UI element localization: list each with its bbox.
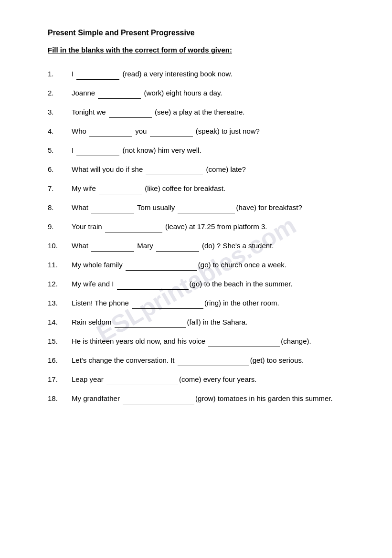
blank <box>76 148 119 156</box>
blank <box>76 72 119 80</box>
item-number: 16. <box>48 355 72 366</box>
blank <box>132 301 203 309</box>
blank <box>126 263 197 271</box>
item-text: He is thirteen years old now, and his vo… <box>72 336 354 347</box>
item-number: 14. <box>48 316 72 328</box>
item-text: Joanne (work) eight hours a day. <box>72 87 354 99</box>
blank <box>106 378 178 385</box>
item-text: Listen! The phone (ring) in the other ro… <box>72 297 354 309</box>
blank <box>115 320 186 328</box>
list-item: 3. Tonight we (see) a play at the therea… <box>48 106 354 118</box>
list-item: 4. Who you (speak) to just now? <box>48 126 354 137</box>
item-text: Your train (leave) at 17.25 from platfor… <box>72 221 354 232</box>
blank <box>89 129 132 137</box>
blank <box>99 187 142 194</box>
list-item: 10. What Mary (do) ? She's a student. <box>48 240 354 252</box>
item-text: What will you do if she (come) late? <box>72 164 354 175</box>
item-text: What Mary (do) ? She's a student. <box>72 240 354 252</box>
item-text: Let's change the conversation. It (get) … <box>72 355 354 366</box>
blank <box>208 339 280 347</box>
item-number: 12. <box>48 278 72 290</box>
blank <box>146 168 203 175</box>
item-text: My whole family (go) to church once a we… <box>72 259 354 271</box>
item-text: Rain seldom (fall) in the Sahara. <box>72 316 354 328</box>
item-text: What Tom usually (have) for breakfast? <box>72 202 354 213</box>
list-item: 15. He is thirteen years old now, and hi… <box>48 336 354 347</box>
page-content: Present Simple and Present Progressive F… <box>48 29 354 404</box>
item-number: 5. <box>48 145 72 156</box>
list-item: 8. What Tom usually (have) for breakfast… <box>48 202 354 213</box>
item-text: I (read) a very interesting book now. <box>72 68 354 80</box>
list-item: 17. Leap year (come) every four years. <box>48 374 354 385</box>
blank <box>91 206 134 213</box>
blank <box>117 282 189 290</box>
blank <box>98 91 141 99</box>
list-item: 7. My wife (like) coffee for breakfast. <box>48 183 354 194</box>
item-number: 6. <box>48 164 72 175</box>
blank <box>178 206 235 213</box>
blank <box>123 397 194 404</box>
item-text: My grandfather (grow) tomatoes in his ga… <box>72 393 354 404</box>
list-item: 16. Let's change the conversation. It (g… <box>48 355 354 366</box>
item-text: Who you (speak) to just now? <box>72 126 354 137</box>
item-number: 17. <box>48 374 72 385</box>
blank <box>109 110 152 118</box>
item-number: 18. <box>48 393 72 404</box>
exercise-list: 1. I (read) a very interesting book now.… <box>48 68 354 404</box>
item-text: My wife and I (go) to the beach in the s… <box>72 278 354 290</box>
item-text: My wife (like) coffee for breakfast. <box>72 183 354 194</box>
item-number: 7. <box>48 183 72 194</box>
list-item: 13. Listen! The phone (ring) in the othe… <box>48 297 354 309</box>
list-item: 12. My wife and I (go) to the beach in t… <box>48 278 354 290</box>
item-text: I (not know) him very well. <box>72 145 354 156</box>
item-number: 13. <box>48 297 72 309</box>
list-item: 6. What will you do if she (come) late? <box>48 164 354 175</box>
blank <box>91 244 134 252</box>
list-item: 9. Your train (leave) at 17.25 from plat… <box>48 221 354 232</box>
blank <box>150 129 193 137</box>
main-title: Present Simple and Present Progressive <box>48 29 354 37</box>
instruction: Fill in the blanks with the correct form… <box>48 46 354 54</box>
item-text: Leap year (come) every four years. <box>72 374 354 385</box>
item-number: 3. <box>48 106 72 118</box>
item-text: Tonight we (see) a play at the thereatre… <box>72 106 354 118</box>
blank <box>178 358 249 366</box>
item-number: 8. <box>48 202 72 213</box>
item-number: 2. <box>48 87 72 99</box>
item-number: 9. <box>48 221 72 232</box>
blank <box>156 244 199 252</box>
list-item: 11. My whole family (go) to church once … <box>48 259 354 271</box>
list-item: 18. My grandfather (grow) tomatoes in hi… <box>48 393 354 404</box>
list-item: 5. I (not know) him very well. <box>48 145 354 156</box>
item-number: 4. <box>48 126 72 137</box>
blank <box>105 225 162 232</box>
item-number: 10. <box>48 240 72 252</box>
list-item: 2. Joanne (work) eight hours a day. <box>48 87 354 99</box>
item-number: 1. <box>48 68 72 80</box>
item-number: 15. <box>48 336 72 347</box>
list-item: 14. Rain seldom (fall) in the Sahara. <box>48 316 354 328</box>
item-number: 11. <box>48 259 72 271</box>
list-item: 1. I (read) a very interesting book now. <box>48 68 354 80</box>
